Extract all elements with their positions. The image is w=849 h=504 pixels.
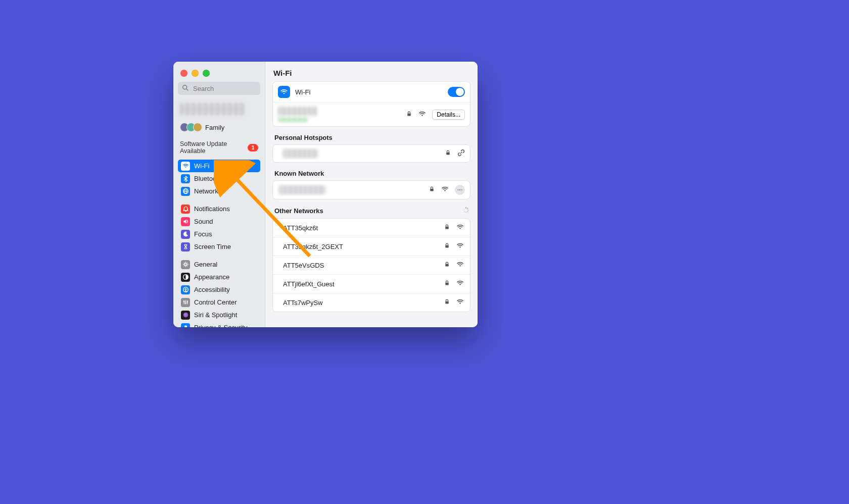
hand-icon [181,323,190,328]
other-title-label: Other Networks [274,207,323,215]
software-update-row[interactable]: Software Update Available 1 [178,134,260,160]
lock-icon [444,280,450,288]
network-name: ATTs7wPySw [283,299,323,307]
wifi-label: Wi-Fi [295,88,310,96]
sidebar-item-label: Network [194,187,218,195]
known-network-row[interactable] [273,181,470,199]
network-row[interactable]: ATT35qkz6t_2GEXT [273,237,470,256]
network-row[interactable]: ATT5eVsGDS [273,256,470,275]
page-title: Wi-Fi [272,69,470,81]
lock-icon [444,242,450,250]
lock-icon [445,149,451,158]
sidebar-item-general[interactable]: General [178,258,260,271]
more-button[interactable] [455,185,465,195]
sidebar-item-accessibility[interactable]: Accessibility [178,283,260,296]
sidebar-item-label: Sound [194,218,213,225]
close-button[interactable] [180,70,187,77]
network-row[interactable]: ATT35qkz6t [273,219,470,237]
sidebar-item-label: Focus [194,230,212,238]
search-input[interactable] [192,84,265,93]
sidebar: Family Software Update Available 1 Wi-Fi… [173,62,265,327]
update-badge: 1 [248,144,258,152]
sidebar-item-appearance[interactable]: Appearance [178,271,260,283]
wifi-signal-icon [441,185,449,194]
sidebar-item-label: Screen Time [194,243,231,250]
appearance-icon [181,273,190,282]
hotspots-list [272,144,470,163]
controls-icon [181,298,190,307]
sidebar-item-family[interactable]: Family [178,120,260,134]
other-networks-list: ATT35qkz6tATT35qkz6t_2GEXTATT5eVsGDSATTj… [272,218,470,312]
accessibility-icon [181,285,190,294]
sidebar-item-label: Appearance [194,273,229,281]
wifi-icon [181,162,190,171]
sidebar-item-notifications[interactable]: Notifications [178,203,260,215]
lock-icon [429,186,435,194]
wifi-toggle[interactable] [448,87,465,97]
bell-icon [181,205,190,214]
wifi-signal-icon [456,298,464,307]
sidebar-nav: Wi-FiBluetoothNetworkNotificationsSoundF… [178,160,260,327]
network-row[interactable]: ATTjl6efXt_Guest [273,275,470,293]
sidebar-item-screentime[interactable]: Screen Time [178,240,260,253]
wifi-signal-icon [456,242,464,251]
sidebar-item-label: Wi-Fi [194,162,209,170]
sidebar-item-label: Control Center [194,298,237,306]
gear-icon [181,260,190,269]
wifi-signal-icon [418,110,426,119]
siri-icon [181,311,190,320]
sidebar-item-sound[interactable]: Sound [178,215,260,228]
hourglass-icon [181,242,190,251]
redacted-connected-name [278,107,317,116]
redacted-hotspot-name [283,149,318,158]
search-icon [182,84,189,93]
wifi-signal-icon [456,279,464,288]
wifi-signal-icon [456,223,464,232]
fullscreen-button[interactable] [203,70,210,77]
network-name: ATTjl6efXt_Guest [283,280,335,288]
details-button[interactable]: Details... [432,110,465,120]
wifi-master-card: Wi-Fi Details... [272,81,470,127]
system-settings-window: Family Software Update Available 1 Wi-Fi… [173,62,478,327]
globe-icon [181,187,190,196]
hotspots-title: Personal Hotspots [272,134,470,144]
lock-icon [444,298,450,307]
apple-id-row[interactable] [178,101,260,117]
sidebar-item-siri[interactable]: Siri & Spotlight [178,309,260,321]
moon-icon [181,230,190,239]
redacted-connected-status [278,117,308,122]
sidebar-item-focus[interactable]: Focus [178,228,260,240]
sidebar-item-label: General [194,261,217,268]
network-row[interactable]: ATTs7wPySw [273,293,470,312]
other-title: Other Networks [272,207,470,218]
sidebar-item-wifi[interactable]: Wi-Fi [178,160,260,172]
sidebar-item-network[interactable]: Network [178,185,260,197]
search-field[interactable] [178,82,260,95]
sidebar-item-label: Privacy & Security [194,324,247,327]
hotspot-row[interactable] [273,145,470,162]
network-name: ATT35qkz6t_2GEXT [283,243,343,250]
sidebar-item-label: Notifications [194,205,230,213]
sidebar-item-label: Accessibility [194,286,230,293]
window-controls [173,62,265,82]
sidebar-item-bluetooth[interactable]: Bluetooth [178,172,260,185]
network-name: ATT35qkz6t [283,224,318,232]
wifi-icon [278,86,290,98]
family-avatars [180,123,202,132]
known-title: Known Network [272,170,470,180]
sidebar-item-controlcenter[interactable]: Control Center [178,296,260,309]
sidebar-item-label: Bluetooth [194,175,222,182]
family-label: Family [205,124,224,131]
network-name: ATT5eVsGDS [283,262,324,269]
known-list [272,180,470,199]
redacted-known-name [279,185,325,194]
redacted-user-name [180,103,245,115]
speaker-icon [181,217,190,226]
lock-icon [406,111,412,119]
wifi-signal-icon [456,261,464,270]
scanning-spinner-icon [462,207,469,215]
software-update-label: Software Update Available [180,140,245,155]
connected-network-row[interactable]: Details... [273,103,470,126]
sidebar-item-privacy[interactable]: Privacy & Security [178,321,260,327]
minimize-button[interactable] [192,70,199,77]
